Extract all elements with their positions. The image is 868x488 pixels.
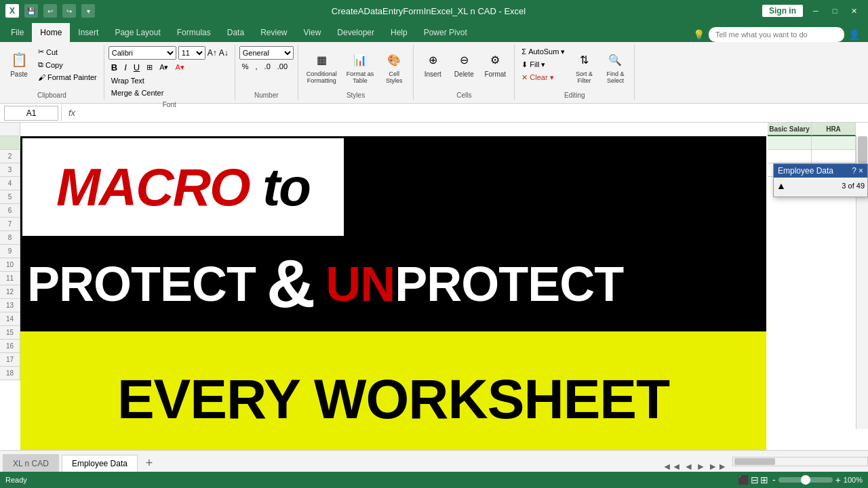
col-I-header: HRA <box>812 123 856 136</box>
normal-view-btn[interactable]: ⬛ <box>738 474 749 485</box>
find-label: Find &Select <box>606 70 624 84</box>
cells-label: Cells <box>456 89 471 99</box>
add-sheet-button[interactable]: + <box>140 454 158 472</box>
form-counter-row: ▲ 3 of 49 <box>776 180 865 191</box>
scroll-sheets-left[interactable]: ◄◄ <box>663 461 682 472</box>
zoom-level: 100% <box>844 476 863 484</box>
tell-me-input[interactable] <box>709 27 844 42</box>
maximize-button[interactable]: □ <box>826 4 844 18</box>
zoom-controls: - + 100% <box>772 474 863 485</box>
un-text: UN <box>326 256 395 312</box>
ribbon-group-font: Calibri 11 A↑ A↓ B I U ⊞ A▾ A▾ Wrap <box>104 45 235 100</box>
scroll-tab-right[interactable]: ► <box>696 461 705 472</box>
insert-cells-button[interactable]: ⊕ Insert <box>418 46 448 81</box>
row-num-6: 6 <box>0 204 20 218</box>
sheet-tab-xlncad[interactable]: XL n CAD <box>3 454 59 472</box>
format-painter-button[interactable]: 🖌Format Painter <box>35 72 100 83</box>
tab-home[interactable]: Home <box>32 23 70 42</box>
form-up-button[interactable]: ▲ <box>776 180 786 191</box>
quick-access-dropdown[interactable]: ▾ <box>81 4 95 18</box>
row-num-2: 2 <box>0 150 20 163</box>
autosum-button[interactable]: Σ AutoSum ▾ <box>519 46 568 58</box>
clear-button[interactable]: ✕ Clear ▾ <box>519 72 568 83</box>
h-scroll-thumb[interactable] <box>734 458 775 465</box>
format-cells-button[interactable]: ⚙ Format <box>480 46 510 81</box>
tab-file[interactable]: File <box>3 23 32 42</box>
find-select-button[interactable]: 🔍 Find &Select <box>600 46 630 87</box>
tab-review[interactable]: Review <box>252 23 295 42</box>
tab-pagelayout[interactable]: Page Layout <box>106 23 168 42</box>
zoom-in-btn[interactable]: + <box>835 474 841 485</box>
ready-text: Ready <box>5 476 27 484</box>
row-num-14: 14 <box>0 312 20 326</box>
ribbon-tabs: File Home Insert Page Layout Formulas Da… <box>0 22 868 42</box>
underline-button[interactable]: U <box>131 61 142 74</box>
tab-powerpivot[interactable]: Power Pivot <box>416 23 475 42</box>
tab-insert[interactable]: Insert <box>70 23 106 42</box>
row-num-17: 17 <box>0 353 20 367</box>
conditional-formatting-icon: ▦ <box>311 49 332 70</box>
zoom-slider[interactable] <box>778 477 833 483</box>
sheet-tab-employeedata[interactable]: Employee Data <box>62 455 138 472</box>
border-button[interactable]: ⊞ <box>144 62 155 73</box>
sort-filter-button[interactable]: ⇅ Sort &Filter <box>569 46 599 87</box>
formula-input[interactable] <box>82 108 864 118</box>
thumbnail-content: MACRO to PROTECT & UN PROTECT EVERY WORK… <box>20 136 766 467</box>
fill-color-button[interactable]: A▾ <box>157 62 171 73</box>
bold-button[interactable]: B <box>108 61 120 74</box>
name-box[interactable]: A1 <box>4 106 58 121</box>
scroll-sheets-right[interactable]: ►► <box>708 461 727 472</box>
font-family-select[interactable]: Calibri <box>108 46 176 60</box>
percent-btn[interactable]: % <box>239 61 252 72</box>
form-close-button[interactable]: × <box>859 166 863 176</box>
zoom-out-btn[interactable]: - <box>772 474 776 485</box>
decrease-decimal-btn[interactable]: .0 <box>262 61 273 72</box>
tab-formulas[interactable]: Formulas <box>169 23 219 42</box>
increase-font-btn[interactable]: A↑ <box>208 48 217 58</box>
zoom-thumb[interactable] <box>801 475 810 485</box>
italic-button[interactable]: I <box>121 61 130 74</box>
redo-button[interactable]: ↪ <box>62 4 76 18</box>
delete-icon: ⊖ <box>453 49 475 70</box>
conditional-formatting-button[interactable]: ▦ ConditionalFormatting <box>302 46 341 87</box>
undo-button[interactable]: ↩ <box>43 4 57 18</box>
number-format-select[interactable]: General <box>239 46 294 60</box>
cut-button[interactable]: ✂Cut <box>35 46 100 58</box>
sign-in-button[interactable]: Sign in <box>762 5 803 17</box>
cell-styles-button[interactable]: 🎨 CellStyles <box>379 46 409 87</box>
clipboard-label: Clipboard <box>37 89 66 99</box>
delete-cells-button[interactable]: ⊖ Delete <box>449 46 479 81</box>
page-layout-btn[interactable]: ⊟ <box>751 474 759 485</box>
tab-help[interactable]: Help <box>382 23 416 42</box>
conditional-formatting-label: ConditionalFormatting <box>307 70 337 84</box>
font-label: Font <box>163 98 176 108</box>
merge-center-button[interactable]: Merge & Center <box>108 87 167 98</box>
scroll-thumb[interactable] <box>858 136 867 163</box>
format-as-table-button[interactable]: 📊 Format asTable <box>342 46 378 87</box>
increase-decimal-btn[interactable]: .00 <box>275 61 290 72</box>
minimize-button[interactable]: ─ <box>807 4 825 18</box>
close-button[interactable]: ✕ <box>845 4 863 18</box>
comma-btn[interactable]: , <box>253 61 260 72</box>
page-break-btn[interactable]: ⊞ <box>760 474 768 485</box>
paste-button[interactable]: 📋 Paste <box>4 46 34 81</box>
fill-button[interactable]: ⬇ Fill ▾ <box>519 59 568 70</box>
form-help-button[interactable]: ? <box>852 166 856 176</box>
row-num-4: 4 <box>0 177 20 190</box>
save-button[interactable]: 💾 <box>24 4 38 18</box>
row-num-3: 3 <box>0 163 20 177</box>
paste-label: Paste <box>10 70 28 78</box>
wrap-text-button[interactable]: Wrap Text <box>108 75 147 86</box>
scroll-tab-left[interactable]: ◄ <box>684 461 694 472</box>
tab-view[interactable]: View <box>296 23 330 42</box>
decrease-font-btn[interactable]: A↓ <box>219 48 229 58</box>
copy-button[interactable]: ⧉Copy <box>35 59 100 70</box>
tab-developer[interactable]: Developer <box>329 23 382 42</box>
tab-data[interactable]: Data <box>219 23 252 42</box>
font-color-button[interactable]: A▾ <box>173 62 187 73</box>
font-size-select[interactable]: 11 <box>178 46 205 60</box>
unprotect-text: PROTECT <box>395 256 623 312</box>
editing-items: Σ AutoSum ▾ ⬇ Fill ▾ ✕ Clear ▾ ⇅ Sort &F… <box>519 46 630 89</box>
horizontal-scrollbar[interactable] <box>732 457 868 466</box>
row-num-12: 12 <box>0 285 20 299</box>
